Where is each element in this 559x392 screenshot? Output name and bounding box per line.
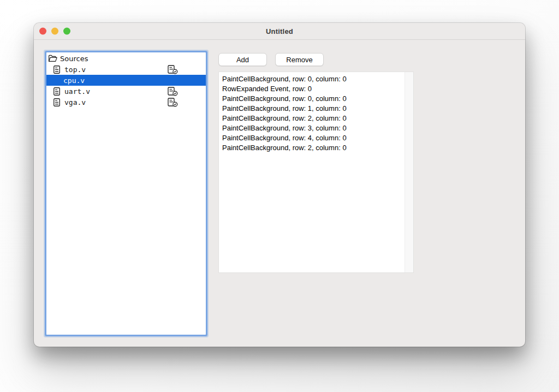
event-log-list[interactable]: PaintCellBackground, row: 0, column: 0 R… bbox=[218, 72, 414, 273]
add-button[interactable]: Add bbox=[218, 53, 267, 66]
tree-item-label: Sources bbox=[60, 55, 88, 63]
document-icon bbox=[53, 87, 60, 96]
tree-item-label: top.v bbox=[64, 66, 86, 74]
zoom-button[interactable] bbox=[63, 28, 70, 35]
folder-open-icon bbox=[48, 55, 57, 62]
file-checked-status-icon[interactable] bbox=[168, 87, 179, 96]
tree-item-uart-v[interactable]: uart.v bbox=[46, 86, 206, 97]
minimize-button[interactable] bbox=[51, 28, 58, 35]
file-checked-status-icon[interactable] bbox=[168, 65, 179, 74]
app-window: Untitled Sources top.v bbox=[34, 23, 525, 347]
document-icon bbox=[53, 98, 60, 106]
file-checked-status-icon[interactable] bbox=[168, 98, 179, 107]
remove-button[interactable]: Remove bbox=[275, 53, 324, 66]
log-line: PaintCellBackground, row: 4, column: 0 bbox=[222, 133, 402, 143]
log-line: RowExpanded Event, row: 0 bbox=[222, 84, 402, 94]
tree-item-sources[interactable]: Sources bbox=[46, 53, 206, 64]
log-line: PaintCellBackground, row: 1, column: 0 bbox=[222, 104, 402, 114]
tree-item-cpu-v[interactable]: cpu.v bbox=[46, 75, 206, 86]
tree-item-label: uart.v bbox=[64, 87, 90, 96]
log-line: PaintCellBackground, row: 0, column: 0 bbox=[222, 94, 402, 104]
titlebar[interactable]: Untitled bbox=[34, 23, 525, 40]
window-title: Untitled bbox=[266, 27, 293, 35]
tree-item-vga-v[interactable]: vga.v bbox=[46, 97, 206, 108]
log-line: PaintCellBackground, row: 2, column: 0 bbox=[222, 114, 402, 123]
sources-tree[interactable]: Sources top.v bbox=[46, 52, 206, 335]
tree-item-top-v[interactable]: top.v bbox=[46, 64, 206, 75]
log-line: PaintCellBackground, row: 3, column: 0 bbox=[222, 123, 402, 133]
close-button[interactable] bbox=[39, 28, 46, 35]
log-scrollbar[interactable] bbox=[405, 72, 413, 272]
desktop-background: { "window": { "title": "Untitled", "traf… bbox=[0, 0, 559, 392]
log-line: PaintCellBackground, row: 0, column: 0 bbox=[222, 74, 402, 84]
log-line: PaintCellBackground, row: 2, column: 0 bbox=[222, 143, 402, 153]
document-icon bbox=[53, 66, 60, 74]
tree-item-label: vga.v bbox=[64, 98, 86, 106]
traffic-lights bbox=[39, 28, 70, 35]
tree-item-label: cpu.v bbox=[63, 76, 85, 85]
